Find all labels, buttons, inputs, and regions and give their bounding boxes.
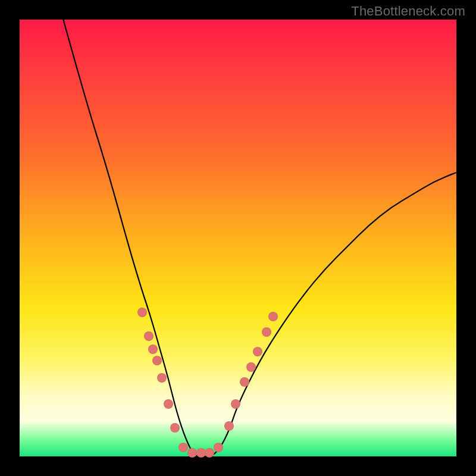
data-marker [170, 423, 180, 433]
data-marker [152, 356, 162, 365]
data-marker [224, 421, 234, 431]
data-marker [144, 331, 154, 341]
data-marker [246, 362, 256, 372]
chart-stage: TheBottleneck.com [0, 0, 476, 476]
data-marker [187, 448, 197, 458]
data-marker [164, 399, 173, 409]
data-marker [157, 373, 167, 383]
data-marker [148, 345, 158, 354]
data-marker [137, 308, 147, 317]
data-marker [196, 448, 206, 458]
curve-svg [20, 20, 456, 456]
data-marker [253, 347, 262, 356]
plot-area [20, 20, 456, 456]
bottleneck-curve [63, 20, 456, 456]
attribution-text: TheBottleneck.com [351, 4, 465, 19]
data-marker [262, 327, 271, 337]
data-marker [268, 312, 278, 321]
